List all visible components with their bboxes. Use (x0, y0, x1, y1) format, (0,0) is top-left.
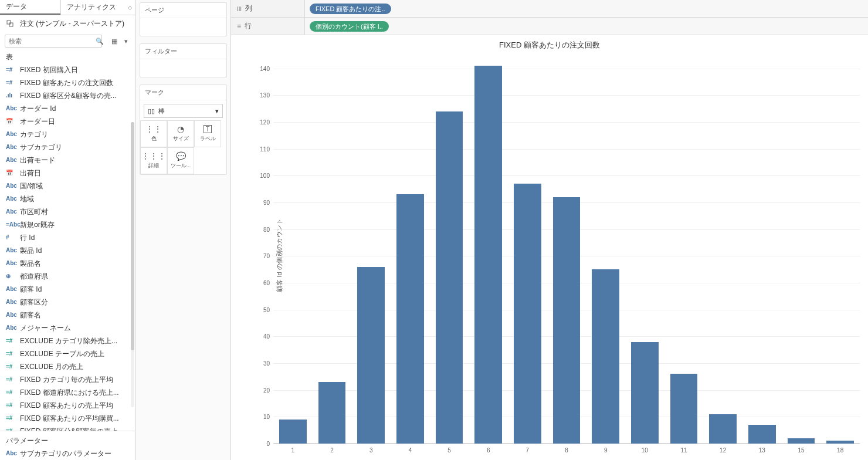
marks-tooltip-label: ツール... (171, 162, 191, 170)
columns-pill[interactable]: FIXED 顧客あたりの注.. (310, 4, 391, 14)
grid-line (273, 149, 860, 150)
param-field[interactable]: Abc サブカテゴリのパラメーター (0, 447, 135, 460)
field-row[interactable]: =#FIXED 顧客あたりの売上平均 (0, 399, 135, 412)
field-row[interactable]: Abc製品名 (0, 257, 135, 270)
tab-data[interactable]: データ (0, 0, 60, 15)
field-row[interactable]: ⊕都道府県 (0, 270, 135, 283)
field-row[interactable]: =#FIXED 顧客あたりの注文回数 (0, 76, 135, 89)
tab-analytics[interactable]: アナリティクス ◇ (60, 0, 135, 15)
field-row[interactable]: Abc顧客区分 (0, 296, 135, 309)
filters-card[interactable]: フィルター (140, 43, 227, 77)
field-row[interactable]: =#EXCLUDE カテゴリ除外売上... (0, 334, 135, 347)
field-row[interactable]: Abc国/領域 (0, 180, 135, 192)
field-label: 市区町村 (20, 207, 48, 217)
marks-card: マーク ▯▯ 棒 ▾ ⋮⋮色 ◔サイズ 🅃ラベル ⋮⋮⋮詳細 💬ツール... (140, 84, 227, 175)
marks-size-button[interactable]: ◔サイズ (167, 120, 194, 147)
chart-bar[interactable] (709, 414, 737, 444)
field-row[interactable]: Abc出荷モード (0, 154, 135, 167)
field-row[interactable]: 📅オーダー日 (0, 115, 135, 128)
field-row[interactable]: =#EXCLUDE 月の売上 (0, 360, 135, 373)
field-row[interactable]: Abcメジャー ネーム (0, 322, 135, 334)
field-row[interactable]: =#FIXED 顧客区分&顧客毎の売上 (0, 425, 135, 431)
field-row[interactable]: =Abc新規or既存 (0, 218, 135, 231)
filters-card-title: フィルター (140, 44, 226, 59)
chart-bar[interactable] (553, 197, 581, 444)
field-row[interactable]: =#FIXED 都道府県における売上... (0, 386, 135, 399)
marks-detail-button[interactable]: ⋮⋮⋮詳細 (140, 147, 167, 174)
field-label: サブカテゴリ (20, 142, 62, 153)
scrollbar-thumb[interactable] (131, 122, 134, 350)
field-type-icon: =# (6, 349, 16, 359)
field-type-icon: Abc (6, 103, 16, 114)
marks-color-button[interactable]: ⋮⋮色 (140, 120, 167, 147)
field-row[interactable]: 📅出荷日 (0, 167, 135, 180)
x-tick: 8 (565, 447, 568, 454)
field-row[interactable]: Abc市区町村 (0, 205, 135, 218)
chart-bar[interactable] (788, 438, 815, 444)
x-tick: 12 (720, 447, 726, 454)
field-row[interactable]: .ılıFIXED 顧客区分&顧客毎の売... (0, 89, 135, 102)
field-row[interactable]: Abcカテゴリ (0, 128, 135, 141)
field-row[interactable]: =#FIXED カテゴリ毎の売上平均 (0, 373, 135, 386)
x-tick: 13 (759, 447, 765, 454)
x-tick: 5 (447, 447, 451, 454)
x-tick: 3 (369, 447, 373, 454)
field-label: FIXED 顧客区分&顧客毎の売上 (20, 426, 118, 431)
chart-bar[interactable] (279, 420, 307, 444)
columns-icon: iii (237, 5, 242, 13)
y-tick: 120 (260, 119, 270, 126)
field-type-icon: =# (6, 336, 16, 346)
search-input[interactable] (5, 35, 102, 48)
y-tick: 40 (263, 333, 270, 340)
chart-bar[interactable] (631, 342, 659, 444)
field-row[interactable]: Abc顧客 Id (0, 283, 135, 296)
field-row[interactable]: Abc顧客名 (0, 309, 135, 322)
field-row[interactable]: Abcオーダー Id (0, 102, 135, 115)
view-menu-icon[interactable]: ▾ (121, 36, 131, 46)
field-type-icon: 📅 (6, 116, 16, 127)
marks-label-label: ラベル (200, 135, 216, 143)
field-type-icon: Abc (6, 323, 16, 333)
field-label: EXCLUDE 月の売上 (20, 361, 83, 372)
datasource-row[interactable]: 注文 (サンプル - スーパーストア) (0, 15, 135, 32)
field-row[interactable]: #行 Id (0, 231, 135, 244)
chart-bar[interactable] (748, 425, 776, 444)
field-row[interactable]: Abc地域 (0, 192, 135, 205)
field-row[interactable]: Abcサブカテゴリ (0, 141, 135, 154)
mark-type-dropdown[interactable]: ▯▯ 棒 ▾ (144, 104, 223, 118)
field-row[interactable]: =#EXCLUDE テーブルの売上 (0, 347, 135, 360)
chart-bar[interactable] (357, 267, 385, 444)
field-type-icon: Abc (6, 142, 16, 153)
y-tick: 80 (263, 226, 270, 232)
params-header: パラメーター (0, 434, 135, 447)
svg-rect-1 (9, 23, 13, 26)
chart-bar[interactable] (826, 441, 854, 444)
rows-pill[interactable]: 個別のカウント(顧客 I.. (310, 21, 389, 32)
pages-card[interactable]: ページ (140, 2, 227, 36)
field-label: 製品 Id (20, 245, 42, 256)
chart-bar[interactable] (670, 374, 698, 444)
fields-scrollbar[interactable] (131, 122, 134, 407)
field-type-icon: Abc (6, 155, 16, 165)
marks-tooltip-button[interactable]: 💬ツール... (167, 147, 194, 174)
chart-bar[interactable] (514, 184, 541, 444)
field-row[interactable]: Abc製品 Id (0, 244, 135, 257)
field-row[interactable]: =#FIXED 初回購入日 (0, 63, 135, 76)
chart-bar[interactable] (396, 194, 424, 444)
chart-bar[interactable] (592, 269, 619, 444)
y-tick: 60 (263, 280, 270, 286)
field-type-icon: Abc (6, 310, 16, 320)
view-list-icon[interactable]: ▦ (110, 36, 119, 46)
field-type-icon: Abc (6, 297, 16, 307)
field-label: 顧客 Id (20, 284, 42, 295)
grid-line (273, 95, 860, 96)
chart-bar[interactable] (436, 111, 463, 444)
rows-shelf[interactable]: ≡ 行 個別のカウント(顧客 I.. (231, 18, 868, 35)
y-tick: 90 (263, 199, 270, 206)
field-label: 都道府県 (20, 271, 48, 282)
chart-bar[interactable] (474, 66, 502, 444)
marks-label-button[interactable]: 🅃ラベル (194, 120, 221, 147)
field-row[interactable]: =#FIXED 顧客あたりの平均購買... (0, 412, 135, 425)
columns-shelf[interactable]: iii 列 FIXED 顧客あたりの注.. (231, 0, 868, 18)
chart-bar[interactable] (318, 382, 346, 444)
